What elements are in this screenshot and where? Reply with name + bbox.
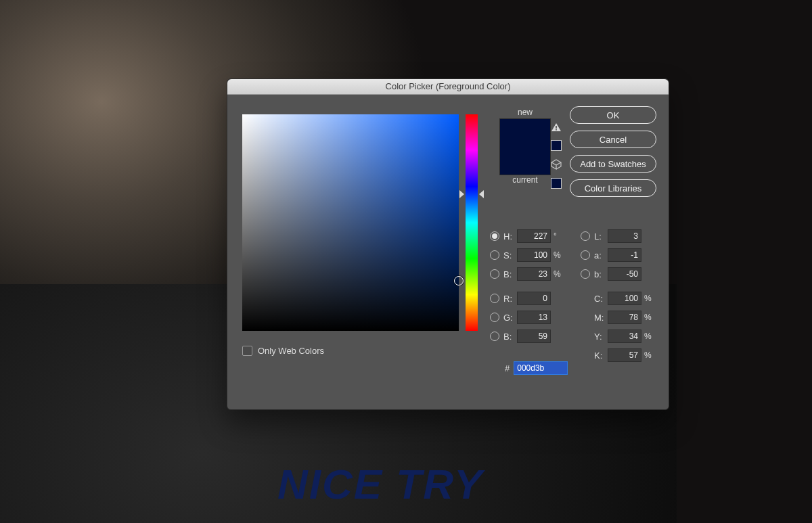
radio-l[interactable] (581, 231, 590, 241)
input-c[interactable] (608, 292, 641, 305)
label-g: G: (503, 313, 517, 323)
label-m: M: (594, 313, 608, 323)
cancel-button[interactable]: Cancel (570, 131, 656, 148)
color-preview: new current (491, 108, 559, 186)
gamut-warning-icon[interactable] (551, 122, 562, 132)
unit-k: % (644, 350, 656, 360)
label-l: L: (594, 231, 608, 242)
label-s: S: (503, 250, 517, 260)
unit-b-hsb: % (554, 269, 566, 279)
input-g[interactable] (517, 311, 551, 324)
label-h: H: (503, 231, 517, 242)
input-hex[interactable] (514, 361, 568, 375)
radio-s[interactable] (490, 250, 499, 260)
dialog-button-column: OK Cancel Add to Swatches Color Librarie… (570, 106, 656, 197)
input-b-lab[interactable] (608, 267, 641, 281)
preview-current-swatch[interactable] (500, 147, 550, 175)
input-r[interactable] (517, 292, 551, 305)
hsb-rgb-fields: H: ° S: % B: % R: (490, 227, 566, 346)
input-l[interactable] (608, 229, 641, 243)
sb-cursor[interactable] (454, 276, 464, 286)
radio-r[interactable] (490, 294, 499, 303)
input-m[interactable] (608, 311, 641, 324)
unit-h: ° (554, 231, 566, 241)
canvas-text-nice-try: NICE TRY (277, 460, 483, 508)
dialog-title: Color Picker (Foreground Color) (227, 79, 669, 95)
label-b-lab: b: (594, 269, 608, 279)
unit-c: % (644, 294, 656, 303)
only-web-colors-checkbox[interactable]: Only Web Colors (242, 346, 324, 356)
input-h[interactable] (517, 229, 551, 243)
non-web-safe-icon[interactable] (551, 159, 562, 170)
hex-label: # (505, 363, 510, 373)
svg-rect-0 (556, 126, 557, 129)
input-y[interactable] (608, 329, 641, 343)
unit-s: % (554, 250, 566, 260)
only-web-colors-label: Only Web Colors (258, 346, 324, 356)
label-a: a: (594, 250, 608, 260)
label-y: Y: (594, 332, 608, 342)
unit-y: % (644, 332, 656, 341)
label-c: C: (594, 294, 608, 304)
radio-b-hsb[interactable] (490, 269, 499, 279)
preview-current-label: current (491, 175, 559, 185)
hue-slider-handle-right[interactable] (479, 190, 484, 198)
label-k: K: (594, 350, 608, 361)
ok-button[interactable]: OK (570, 106, 656, 124)
preview-icon-column (551, 122, 562, 189)
label-r: R: (503, 294, 517, 304)
add-to-swatches-button[interactable]: Add to Swatches (570, 155, 656, 173)
svg-rect-1 (556, 129, 557, 131)
sb-brightness-layer (242, 114, 459, 331)
input-b-hsb[interactable] (517, 267, 551, 281)
input-a[interactable] (608, 248, 641, 262)
color-libraries-button[interactable]: Color Libraries (570, 179, 656, 197)
radio-b-lab[interactable] (581, 269, 590, 279)
hex-row: # (490, 361, 568, 375)
preview-new-swatch (500, 119, 550, 147)
radio-h[interactable] (490, 231, 499, 241)
unit-m: % (644, 313, 656, 322)
color-picker-dialog: Color Picker (Foreground Color) new curr… (227, 78, 669, 410)
gamut-warning-swatch[interactable] (551, 140, 562, 151)
non-web-safe-swatch[interactable] (551, 178, 562, 189)
lab-cmyk-fields: L: a: b: C: % (581, 227, 656, 365)
input-s[interactable] (517, 248, 551, 262)
input-k[interactable] (608, 348, 641, 362)
preview-new-label: new (491, 108, 559, 117)
radio-a[interactable] (581, 250, 590, 260)
checkbox-icon (242, 346, 252, 356)
radio-b-rgb[interactable] (490, 332, 499, 341)
label-b-rgb: B: (503, 332, 517, 342)
radio-g[interactable] (490, 313, 499, 322)
label-b-hsb: B: (503, 269, 517, 279)
input-b-rgb[interactable] (517, 329, 551, 343)
hue-slider[interactable] (466, 114, 478, 331)
hue-slider-handle-left[interactable] (459, 190, 464, 198)
saturation-brightness-field[interactable] (242, 114, 459, 331)
